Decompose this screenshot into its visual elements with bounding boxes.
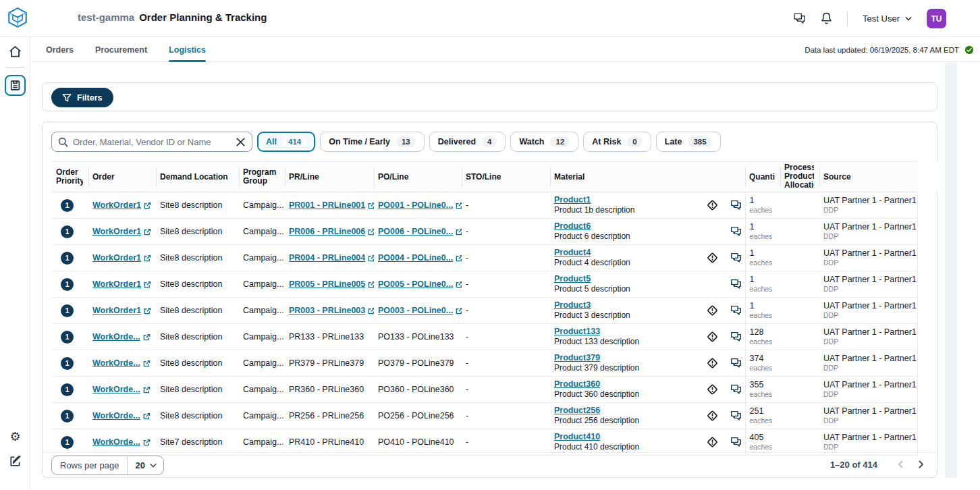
scrollbar-track[interactable] [945,63,957,478]
order-link[interactable]: WorkOrder1 [92,253,151,263]
external-link-icon [144,281,151,288]
material-link[interactable]: Product5 [554,274,740,284]
order-link[interactable]: WorkOrder1 [92,279,151,289]
order-link[interactable]: WorkOrder1 [92,306,151,315]
material-link[interactable]: Product6 [554,221,740,232]
comments-chat-icon[interactable] [730,306,742,316]
material-cell: Product379Product 379 description [550,350,745,377]
filter-chip-late[interactable]: Late385 [656,132,721,152]
material-link-anchor[interactable]: Product256 [554,406,600,416]
column-header-label: Order Priority [56,168,83,186]
sto-line-cell: - [462,271,550,298]
comments-chat-icon[interactable] [730,253,742,263]
material-link-anchor[interactable]: Product379 [554,353,600,363]
settings-nav-button[interactable]: ⚙ [0,431,30,443]
source-incoterm: DDP [823,311,912,320]
material-link-anchor[interactable]: Product6 [554,221,591,232]
rows-per-page-control[interactable]: Rows per page 20 [51,456,164,475]
warning-diamond-icon [707,384,718,396]
order-link[interactable]: WorkOrde... [92,411,151,420]
material-link-anchor[interactable]: Product360 [554,379,600,389]
source-value: UAT Partner 1 - Partner1 [823,406,912,416]
sto-line-cell: - [462,377,550,403]
filter-chip-at-risk[interactable]: At Risk0 [583,132,651,152]
tab-orders[interactable]: Orders [46,37,74,62]
material-link-anchor[interactable]: Product410 [554,432,600,442]
chip-count-badge: 385 [688,136,711,147]
po-line-link[interactable]: PO003 - POLine0... [378,306,462,315]
tab-logistics[interactable]: Logistics [169,37,206,62]
table-row: 1WorkOrde...Site8 descriptionCampaig...P… [52,403,937,429]
order-link-label: WorkOrder1 [92,279,141,289]
filter-chip-all[interactable]: All414 [257,132,315,152]
comments-chat-icon[interactable] [730,358,742,369]
comments-chat-icon[interactable] [730,411,742,421]
material-cell: Product360Product 360 description [550,377,745,403]
filters-button[interactable]: Filters [51,88,113,107]
source-cell: UAT Partner 1 - Partner1DDP [819,429,917,456]
po-line-link[interactable]: PO005 - POLine0... [378,279,462,289]
source-cell: UAT Partner 1 - Partner1DDP [819,219,917,245]
source-cell: UAT Partner 1 - Partner1DDP [819,324,917,350]
order-link-label: WorkOrder1 [92,306,141,315]
avatar[interactable]: TU [927,9,946,28]
pr-line-link[interactable]: PR004 - PRLine004 [289,253,374,263]
comments-chat-icon[interactable] [730,227,742,237]
order-link[interactable]: WorkOrder1 [92,200,151,210]
material-link-anchor[interactable]: Product4 [554,248,591,258]
previous-page-button[interactable] [896,459,905,470]
material-link-anchor[interactable]: Product3 [554,300,591,310]
pr-line-link[interactable]: PR001 - PRLine001 [289,200,374,210]
po-line-link[interactable]: PO004 - POLine0... [378,253,462,263]
material-link-anchor[interactable]: Product133 [554,327,600,337]
chip-label: Late [665,137,682,146]
pr-line-link-label: PR004 - PRLine004 [289,253,365,263]
pr-line-link[interactable]: PR003 - PRLine003 [289,306,374,315]
po-line-link[interactable]: PO001 - POLine0... [378,200,462,210]
comments-chat-icon[interactable] [730,385,742,395]
pr-line-link[interactable]: PR005 - PRLine005 [289,279,374,289]
order-link[interactable]: WorkOrde... [92,332,151,342]
po-line-link[interactable]: PO006 - POLine0... [378,227,462,236]
filter-chip-watch[interactable]: Watch12 [510,132,578,152]
pr-line-link[interactable]: PR006 - PRLine006 [289,227,374,236]
warning-diamond-icon [707,305,718,317]
order-link[interactable]: WorkOrde... [92,437,151,447]
notifications-bell-button[interactable] [821,12,832,25]
column-header-label: Order [92,173,151,182]
po-line-cell: PO133 - POLine133 [374,324,462,350]
column-header-label: Quantity/ [749,173,775,182]
user-menu[interactable]: Test User [863,13,912,24]
quantity-unit: eaches [750,285,775,294]
clear-search-icon[interactable] [236,137,246,147]
comments-chat-icon[interactable] [730,200,742,211]
material-link-anchor[interactable]: Product1 [554,195,591,205]
comments-chat-icon[interactable] [730,332,742,342]
order-link[interactable]: WorkOrde... [92,358,151,368]
order-link[interactable]: WorkOrde... [92,385,151,394]
nav-tabs: OrdersProcurementLogistics [46,37,206,62]
data-last-updated: Data last updated: 06/19/2025, 8:47 AM E… [805,37,974,62]
table-row: 1WorkOrde...Site8 descriptionCampaig...P… [52,324,937,350]
column-header-po-line: PO/Line [374,162,462,192]
po-line-cell: PO005 - POLine0... [374,271,462,298]
next-page-button[interactable] [917,459,925,470]
filler-cell [917,219,937,245]
feedback-edit-nav-button[interactable] [0,455,30,467]
filter-chip-on-time-early[interactable]: On Time / Early13 [320,132,425,152]
orders-board-nav-button[interactable] [5,75,26,96]
process-product-allocation-type-cell [780,403,819,429]
order-link[interactable]: WorkOrder1 [92,227,151,236]
material-cell: Product4Product 4 description [550,245,745,271]
home-nav-button[interactable] [0,45,30,58]
comments-chat-icon[interactable] [730,279,742,290]
order-priority-cell: 1 [52,350,88,377]
quantity-value: 251 [750,406,775,416]
comments-chat-icon[interactable] [730,437,742,447]
filter-chip-delivered[interactable]: Delivered4 [429,132,506,152]
feedback-chat-button[interactable] [793,13,806,24]
tab-procurement[interactable]: Procurement [95,37,147,62]
material-link-anchor[interactable]: Product5 [554,274,591,284]
search-input[interactable] [73,137,231,147]
nav-bar: OrdersProcurementLogistics Data last upd… [31,37,980,62]
